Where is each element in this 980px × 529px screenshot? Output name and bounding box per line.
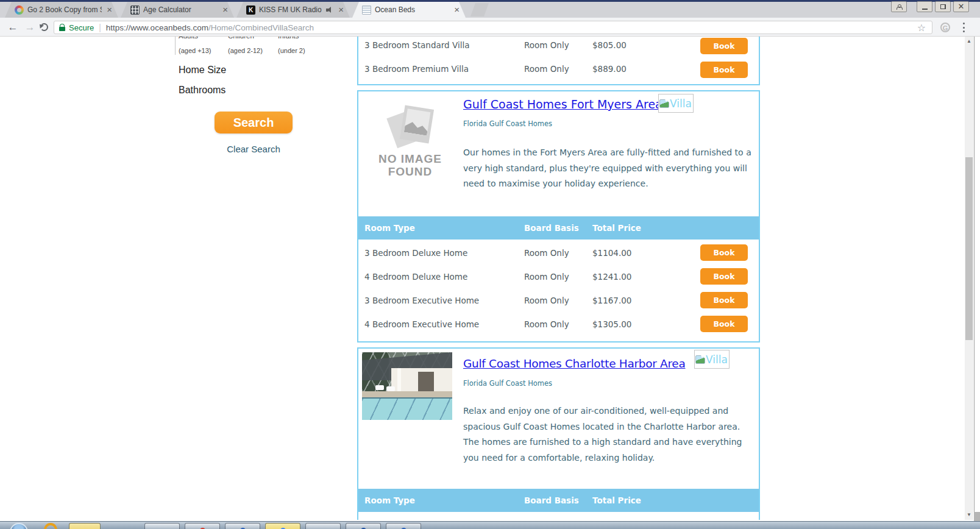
result-card-partial: 3 Bedroom Standard Villa Room Only $805.…: [357, 37, 760, 85]
tab-title: Go 2 Book Copy from SP: [27, 5, 102, 14]
board-basis-cell: Room Only: [524, 64, 569, 74]
address-divider: |: [99, 23, 101, 32]
bookmark-star-icon[interactable]: ☆: [917, 22, 926, 34]
taskbar-button-active[interactable]: [265, 523, 300, 529]
url-host: https://www.oceanbeds.com: [106, 23, 208, 32]
villa-subtitle: Florida Gulf Coast Homes: [463, 379, 552, 388]
book-button[interactable]: Book: [700, 62, 748, 78]
image-alt-text: Villa: [706, 353, 728, 366]
taskbar-button[interactable]: [386, 523, 421, 529]
table-header: Room Type Board Basis Total Price: [358, 216, 759, 240]
taskbar: [0, 521, 980, 529]
tab-ocean-beds[interactable]: Ocean Beds ×: [352, 2, 466, 18]
bathrooms-label: Bathrooms: [179, 85, 225, 96]
tab-kiss-fm[interactable]: K KISS FM UK Radio Pla ×: [236, 2, 350, 18]
board-basis-cell: Room Only: [524, 319, 569, 329]
minimize-icon: [922, 9, 928, 10]
browser-toolbar: ← → Secure | https://www.oceanbeds.com/H…: [0, 18, 980, 37]
minimize-button[interactable]: [917, 1, 932, 12]
book-button[interactable]: Book: [700, 316, 748, 332]
tab-age-calculator[interactable]: Age Calculator ×: [121, 2, 234, 18]
book-button[interactable]: Book: [700, 38, 748, 54]
audio-speaker-icon[interactable]: [326, 6, 333, 13]
document-icon: [362, 5, 371, 15]
no-image-text: FOUND: [371, 165, 450, 178]
back-button[interactable]: ←: [5, 20, 21, 35]
image-alt-text: Villa: [670, 98, 692, 110]
background-window-edge: [974, 0, 980, 521]
broken-image-icon: [695, 355, 705, 364]
restore-button[interactable]: [935, 1, 951, 12]
result-card-charlotte-harbor: Gulf Coast Homes Charlotte Harbor Area V…: [357, 347, 760, 520]
rainbow-ring-icon: [15, 5, 24, 15]
close-window-button[interactable]: ✕: [953, 1, 969, 12]
vertical-scrollbar[interactable]: ▲ ▼: [965, 37, 973, 520]
room-type-cell: 4 Bedroom Executive Home: [364, 319, 479, 329]
url-path: /Home/CombinedVillaSearch: [208, 23, 314, 32]
tab-go2book[interactable]: Go 2 Book Copy from SP ×: [5, 2, 118, 18]
g-extension-icon[interactable]: G: [940, 23, 950, 32]
taskbar-button[interactable]: [305, 523, 341, 529]
total-price-cell: $1241.00: [592, 272, 631, 282]
column-header-total-price: Total Price: [592, 223, 641, 233]
no-image-placeholder: NO IMAGE FOUND: [371, 105, 450, 178]
home-size-label: Home Size: [179, 65, 226, 76]
board-basis-cell: Room Only: [524, 40, 569, 50]
taskbar-folder-button[interactable]: [69, 523, 101, 529]
page-content: Adults (aged +13) Children (aged 2-12) I…: [0, 37, 980, 520]
taskbar-button[interactable]: [185, 523, 220, 529]
browser-menu-icon[interactable]: [963, 23, 965, 32]
book-button[interactable]: Book: [700, 268, 748, 285]
total-price-cell: $805.00: [592, 40, 627, 50]
book-button[interactable]: Book: [700, 244, 748, 261]
villa-title-link[interactable]: Gulf Coast Homes Charlotte Harbor Area: [463, 357, 685, 370]
scroll-up-arrow[interactable]: ▲: [965, 37, 973, 46]
reload-button[interactable]: [40, 23, 48, 31]
column-header-board-basis: Board Basis: [524, 495, 579, 505]
book-button[interactable]: Book: [700, 292, 748, 308]
forward-button[interactable]: →: [22, 20, 38, 35]
tab-title: KISS FM UK Radio Pla: [259, 5, 322, 14]
close-icon[interactable]: ×: [105, 5, 113, 14]
children-label: Children: [228, 37, 254, 40]
start-button[interactable]: [10, 523, 28, 529]
close-icon[interactable]: ×: [337, 5, 345, 14]
villa-title-link[interactable]: Gulf Coast Homes Fort Myers Area: [463, 98, 662, 111]
taskbar-button[interactable]: [144, 523, 180, 529]
villa-photo[interactable]: [362, 352, 452, 420]
room-type-cell: 3 Bedroom Standard Villa: [364, 40, 469, 50]
clear-search-link[interactable]: Clear Search: [215, 144, 293, 154]
internet-explorer-icon[interactable]: [44, 523, 57, 529]
total-price-cell: $1104.00: [592, 248, 631, 258]
board-basis-cell: Room Only: [524, 248, 569, 258]
column-header-total-price: Total Price: [592, 495, 641, 505]
total-price-cell: $1305.00: [592, 319, 631, 329]
room-type-cell: 3 Bedroom Premium Villa: [364, 64, 469, 74]
photo-placeholder-icon: [371, 105, 450, 152]
new-tab-button[interactable]: [470, 3, 489, 16]
kiss-fm-icon: K: [246, 5, 255, 15]
scrollbar-thumb[interactable]: [965, 157, 973, 340]
board-basis-cell: Room Only: [524, 296, 569, 305]
lock-icon: [59, 24, 65, 31]
search-button[interactable]: Search: [215, 112, 293, 133]
broken-image-villa: Villa: [694, 350, 730, 369]
adults-label: Adults: [179, 37, 198, 40]
broken-image-icon: [659, 99, 669, 108]
total-price-cell: $889.00: [592, 64, 627, 74]
scroll-down-arrow[interactable]: ▼: [965, 510, 973, 520]
close-icon[interactable]: ×: [221, 5, 229, 14]
close-icon: ✕: [958, 4, 965, 10]
table-header: Room Type Board Basis Total Price: [358, 489, 759, 512]
infants-label: Infants: [278, 37, 299, 40]
profile-button[interactable]: [891, 1, 907, 12]
broken-image-villa: Villa: [658, 94, 694, 113]
villa-description: Our homes in the Fort Myers Area are ful…: [463, 145, 758, 192]
address-bar[interactable]: Secure | https://www.oceanbeds.com/Home/…: [54, 21, 932, 34]
taskbar-button[interactable]: [225, 523, 260, 529]
person-icon: [897, 4, 901, 9]
column-header-room-type: Room Type: [364, 495, 415, 505]
tab-strip: Go 2 Book Copy from SP × Age Calculator …: [0, 0, 980, 18]
close-icon[interactable]: ×: [453, 5, 461, 14]
taskbar-button[interactable]: [346, 523, 381, 529]
